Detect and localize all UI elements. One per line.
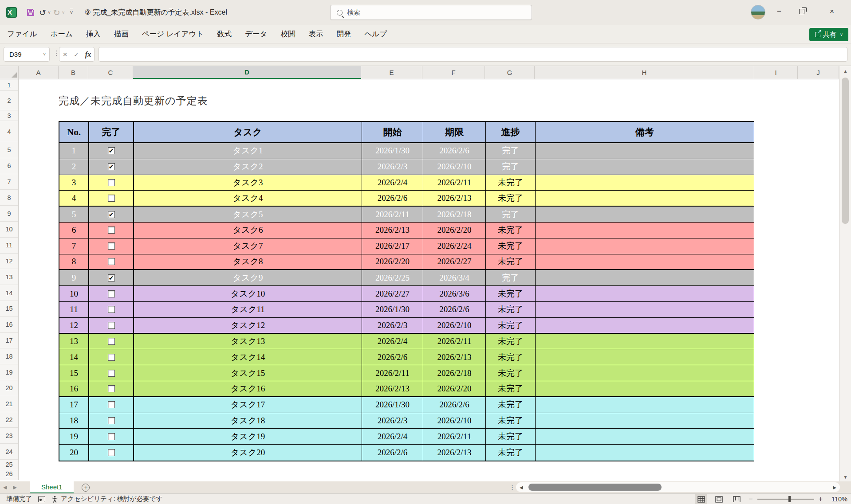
- cell-row3-col1[interactable]: [89, 175, 134, 191]
- cell-row18-col0[interactable]: 18: [59, 413, 89, 429]
- horizontal-scroll-thumb[interactable]: [528, 484, 662, 491]
- ribbon-tab-ページ レイアウト[interactable]: ページ レイアウト: [142, 29, 204, 39]
- task-checkbox[interactable]: [108, 338, 115, 345]
- cell-row5-col5[interactable]: 完了: [486, 207, 536, 223]
- cell-row15-col0[interactable]: 15: [59, 365, 89, 381]
- cell-row14-col0[interactable]: 14: [59, 349, 89, 365]
- cell-row14-col5[interactable]: 未完了: [486, 349, 536, 365]
- page-break-view-button[interactable]: [731, 494, 742, 504]
- task-checkbox[interactable]: ✔: [108, 163, 115, 170]
- cell-row20-col4[interactable]: 2026/2/13: [423, 445, 486, 461]
- horizontal-scroll-track[interactable]: [527, 482, 830, 492]
- cell-row10-col0[interactable]: 10: [59, 286, 89, 302]
- task-checkbox[interactable]: [108, 258, 115, 265]
- cell-row6-col3[interactable]: 2026/2/13: [362, 223, 423, 238]
- confirm-entry-icon[interactable]: ✓: [74, 51, 79, 58]
- cell-row2-col4[interactable]: 2026/2/10: [423, 159, 486, 175]
- row-header-9[interactable]: 9: [0, 206, 18, 222]
- task-checkbox[interactable]: [108, 417, 115, 424]
- task-checkbox[interactable]: [108, 242, 115, 250]
- cell-row18-col3[interactable]: 2026/2/3: [362, 413, 423, 429]
- task-checkbox[interactable]: [108, 179, 115, 186]
- cell-row20-col6[interactable]: [536, 445, 754, 461]
- cell-row13-col6[interactable]: [536, 334, 754, 350]
- new-sheet-button[interactable]: +: [82, 484, 90, 492]
- row-header-22[interactable]: 22: [0, 412, 18, 428]
- cell-row9-col0[interactable]: 9: [59, 270, 89, 286]
- task-checkbox[interactable]: ✔: [108, 211, 115, 218]
- scroll-left-icon[interactable]: ◀: [516, 485, 527, 490]
- cell-row19-col2[interactable]: タスク19: [134, 429, 362, 445]
- task-checkbox[interactable]: [108, 433, 115, 440]
- table-header-6[interactable]: 備考: [536, 122, 754, 143]
- row-header-12[interactable]: 12: [0, 254, 18, 270]
- cell-row15-col1[interactable]: [89, 365, 134, 381]
- cell-row19-col4[interactable]: 2026/2/11: [423, 429, 486, 445]
- share-button[interactable]: 共有 ˅: [809, 28, 848, 41]
- cell-row4-col1[interactable]: [89, 191, 134, 207]
- cell-row16-col2[interactable]: タスク16: [134, 381, 362, 397]
- ribbon-tab-校閲[interactable]: 校閲: [280, 29, 295, 39]
- row-header-25[interactable]: 25: [0, 460, 18, 470]
- row-header-2[interactable]: 2: [0, 91, 18, 110]
- cell-row17-col3[interactable]: 2026/1/30: [362, 397, 423, 413]
- cell-row3-col4[interactable]: 2026/2/11: [423, 175, 486, 191]
- cell-row7-col6[interactable]: [536, 238, 754, 254]
- ribbon-tab-ヘルプ[interactable]: ヘルプ: [364, 29, 387, 39]
- cell-row2-col3[interactable]: 2026/2/3: [362, 159, 423, 175]
- undo-button[interactable]: ↺: [38, 8, 47, 18]
- cell-row4-col2[interactable]: タスク4: [134, 191, 362, 207]
- cell-row20-col1[interactable]: [89, 445, 134, 461]
- cell-row12-col3[interactable]: 2026/2/3: [362, 318, 423, 334]
- cell-row8-col6[interactable]: [536, 254, 754, 270]
- cell-row10-col4[interactable]: 2026/3/6: [423, 286, 486, 302]
- cell-row13-col5[interactable]: 未完了: [486, 334, 536, 350]
- ribbon-tab-描画[interactable]: 描画: [114, 29, 129, 39]
- ribbon-tab-開発[interactable]: 開発: [336, 29, 351, 39]
- cell-row16-col0[interactable]: 16: [59, 381, 89, 397]
- column-header-E[interactable]: E: [361, 66, 422, 79]
- cell-row17-col0[interactable]: 17: [59, 397, 89, 413]
- tabbar-resize-handle[interactable]: ⋮: [509, 484, 515, 491]
- next-sheet-icon[interactable]: ▶: [10, 484, 20, 490]
- minimize-button[interactable]: −: [769, 0, 789, 23]
- cell-row16-col1[interactable]: [89, 381, 134, 397]
- name-box[interactable]: D39 ˅: [4, 47, 50, 62]
- row-header-7[interactable]: 7: [0, 174, 18, 190]
- search-input[interactable]: 検索: [330, 5, 532, 20]
- table-header-0[interactable]: No.: [59, 122, 89, 143]
- cell-row12-col1[interactable]: [89, 318, 134, 334]
- task-checkbox[interactable]: [108, 306, 115, 313]
- cell-row15-col2[interactable]: タスク15: [134, 365, 362, 381]
- normal-view-button[interactable]: [695, 494, 707, 504]
- cell-row16-col4[interactable]: 2026/2/20: [423, 381, 486, 397]
- row-header-10[interactable]: 10: [0, 222, 18, 238]
- cell-row6-col1[interactable]: [89, 223, 134, 238]
- cell-row19-col5[interactable]: 未完了: [486, 429, 536, 445]
- row-header-1[interactable]: 1: [0, 79, 18, 91]
- cell-row1-col4[interactable]: 2026/2/6: [423, 143, 486, 159]
- cell-row16-col5[interactable]: 未完了: [486, 381, 536, 397]
- cell-row5-col3[interactable]: 2026/2/11: [362, 207, 423, 223]
- cell-row14-col1[interactable]: [89, 349, 134, 365]
- cell-row3-col2[interactable]: タスク3: [134, 175, 362, 191]
- row-header-19[interactable]: 19: [0, 364, 18, 380]
- cell-row6-col4[interactable]: 2026/2/20: [423, 223, 486, 238]
- ribbon-tab-数式[interactable]: 数式: [217, 29, 232, 39]
- zoom-slider[interactable]: [757, 499, 814, 500]
- account-avatar[interactable]: [751, 5, 765, 20]
- cell-row11-col5[interactable]: 未完了: [486, 302, 536, 318]
- task-checkbox[interactable]: [108, 227, 115, 234]
- ribbon-tab-表示[interactable]: 表示: [308, 29, 323, 39]
- cell-row9-col2[interactable]: タスク9: [134, 270, 362, 286]
- close-button[interactable]: ×: [819, 0, 845, 23]
- cell-row5-col2[interactable]: タスク5: [134, 207, 362, 223]
- cell-row6-col0[interactable]: 6: [59, 223, 89, 238]
- cell-row18-col6[interactable]: [536, 413, 754, 429]
- cell-row12-col0[interactable]: 12: [59, 318, 89, 334]
- cell-row5-col1[interactable]: ✔: [89, 207, 134, 223]
- cell-row13-col3[interactable]: 2026/2/4: [362, 334, 423, 350]
- sheet-tab-sheet1[interactable]: Sheet1: [30, 481, 74, 493]
- cell-row3-col3[interactable]: 2026/2/4: [362, 175, 423, 191]
- cell-row8-col0[interactable]: 8: [59, 254, 89, 270]
